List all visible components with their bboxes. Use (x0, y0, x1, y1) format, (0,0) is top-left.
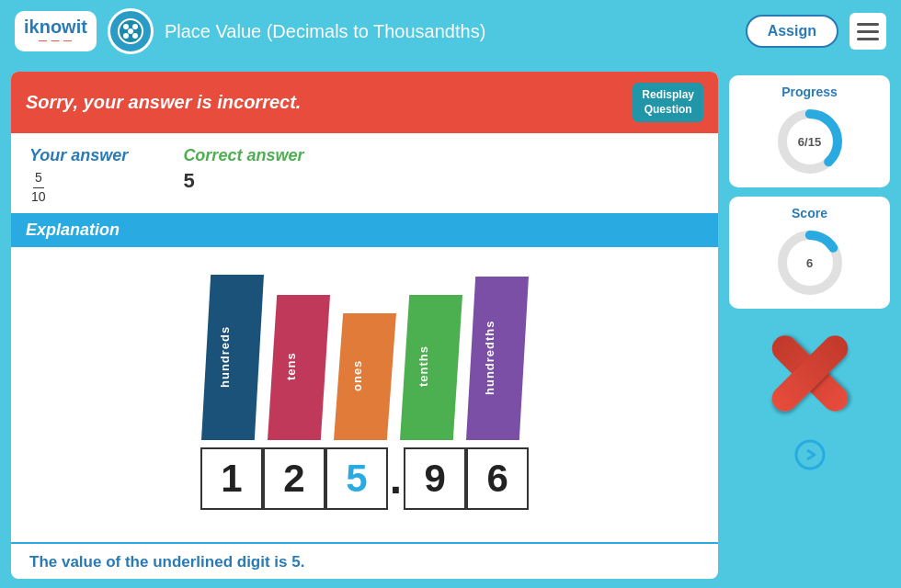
score-card: Score 6 (729, 197, 890, 309)
main-content: Sorry, your answer is incorrect. Redispl… (0, 62, 901, 588)
progress-donut: 6/15 (773, 105, 847, 178)
answer-row: Your answer 5 10 Correct answer 5 (11, 133, 718, 213)
menu-button[interactable] (850, 13, 886, 50)
hamburger-line-2 (857, 30, 879, 33)
your-answer-col: Your answer 5 10 (29, 146, 128, 206)
incorrect-banner: Sorry, your answer is incorrect. Redispl… (11, 72, 718, 133)
fraction-numerator: 5 (33, 169, 44, 188)
svg-point-1 (123, 24, 129, 29)
digits-row: 1 2 5 . 9 6 (200, 447, 529, 510)
score-label: Score (792, 206, 827, 220)
digit-2: 2 (263, 447, 325, 510)
digit-6: 6 (466, 447, 529, 510)
svg-point-2 (132, 24, 138, 29)
hamburger-line-1 (857, 23, 879, 26)
digit-1: 1 (200, 447, 263, 510)
correct-answer-label: Correct answer (183, 146, 303, 165)
sidebar: Progress 6/15 Score 6 (729, 72, 890, 579)
explanation-label: Explanation (26, 220, 120, 239)
redisplay-button[interactable]: RedisplayQuestion (633, 83, 703, 122)
page-title: Place Value (Decimals to Thousandths) (165, 21, 735, 42)
bars-row: hundreds tens ones tenths hundredths (201, 256, 529, 440)
svg-point-5 (128, 28, 133, 34)
incorrect-message: Sorry, your answer is incorrect. (26, 92, 301, 113)
incorrect-x-mark (759, 325, 861, 417)
correct-answer-value: 5 (183, 169, 303, 193)
activity-icon (108, 8, 154, 54)
score-donut: 6 (773, 226, 847, 300)
your-answer-label: Your answer (29, 146, 128, 165)
correct-answer-col: Correct answer 5 (183, 146, 303, 193)
progress-value: 6/15 (798, 135, 821, 149)
score-value: 6 (806, 256, 813, 270)
logo-underline: — — — (39, 37, 73, 46)
bar-tenths: tenths (400, 295, 462, 440)
svg-point-10 (796, 441, 824, 469)
assign-button[interactable]: Assign (746, 15, 838, 48)
bar-hundredths: hundredths (466, 277, 529, 440)
bar-ones: ones (334, 313, 396, 440)
svg-point-4 (132, 33, 138, 39)
digit-3-highlighted: 5 (325, 447, 388, 510)
content-panel: Sorry, your answer is incorrect. Redispl… (11, 72, 718, 579)
logo-text: iknowit (24, 17, 87, 37)
diagram-area: hundreds tens ones tenths hundredths 1 2… (11, 247, 718, 542)
digit-9: 9 (404, 447, 466, 510)
header: iknowit — — — Place Value (Decimals to T… (0, 0, 901, 62)
bar-hundreds: hundreds (201, 275, 264, 440)
logo: iknowit — — — (15, 11, 97, 51)
bar-tens: tens (268, 295, 330, 440)
progress-card: Progress 6/15 (729, 75, 890, 187)
explanation-banner: Explanation (11, 213, 718, 247)
fraction-denominator: 10 (29, 188, 48, 207)
next-button[interactable] (794, 439, 826, 477)
progress-label: Progress (781, 85, 838, 99)
hamburger-line-3 (857, 38, 879, 40)
your-answer-fraction: 5 10 (29, 169, 48, 206)
decimal-point: . (388, 457, 404, 501)
bottom-explanation-text: The value of the underlined digit is 5. (11, 542, 718, 579)
svg-point-3 (123, 33, 129, 39)
